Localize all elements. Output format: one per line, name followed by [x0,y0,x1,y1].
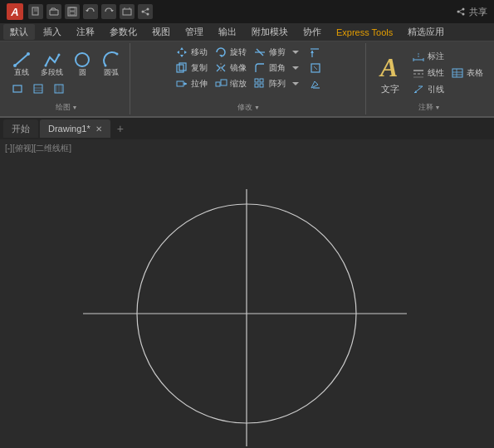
title-bar: A 共享 [0,0,494,23]
annotation-group-label[interactable]: 注释 ▼ [418,102,441,113]
draw-tools: 直线 多段线 [8,45,125,100]
svg-line-20 [458,12,463,14]
svg-line-19 [458,9,463,12]
text-icon: A [377,50,404,83]
array-icon [253,77,267,90]
scale-icon [214,77,227,90]
menu-annotate[interactable]: 注释 [70,24,101,40]
ribbon-group-annotation: A 文字 标注 [368,43,491,114]
tab-add-button[interactable]: + [112,120,129,137]
viewport-label: [-][俯视][二维线框] [5,143,71,154]
drawing-label: Drawing1* [48,124,90,134]
fillet-dropdown[interactable] [290,62,301,74]
menu-addons[interactable]: 附加模块 [245,24,295,40]
linestyle-button[interactable]: 线性 [409,66,447,80]
svg-line-49 [314,66,317,70]
circle-icon [73,51,91,69]
line-label: 直线 [14,69,29,77]
arc-button[interactable]: 圆弧 [98,49,125,79]
draw-group-label[interactable]: 绘图 ▼ [56,102,78,113]
share-toolbar-icon[interactable] [138,4,153,19]
autocad-logo[interactable]: A [7,3,23,20]
tab-bar: 开始 Drawing1* ✕ + [0,118,494,139]
modify-group-label[interactable]: 修改 ▼ [237,102,260,113]
trim-button[interactable]: 修剪 [251,45,288,60]
polyline-button[interactable]: 多段线 [37,49,66,79]
drawing-canvas[interactable] [0,139,494,448]
svg-marker-40 [292,51,299,54]
circle-label: 圆 [79,69,86,77]
line-button[interactable]: 直线 [8,49,35,79]
svg-line-15 [143,12,148,14]
text-label: 文字 [381,83,399,95]
leader-icon [412,83,425,96]
svg-line-14 [143,9,148,12]
svg-rect-0 [32,7,38,15]
undo-icon[interactable] [83,4,98,19]
svg-rect-72 [452,69,462,77]
tab-drawing[interactable]: Drawing1* ✕ [40,119,110,138]
tab-start[interactable]: 开始 [3,119,38,138]
arc-icon [102,51,120,69]
svg-rect-53 [216,82,220,86]
svg-rect-4 [70,7,75,11]
save-icon[interactable] [65,4,80,19]
rotate-button[interactable]: 旋转 [212,45,249,60]
menu-express[interactable]: Express Tools [330,26,399,39]
svg-marker-59 [292,82,299,85]
svg-point-24 [44,64,46,66]
new-icon[interactable] [28,4,43,19]
title-share-button[interactable]: 共享 [456,6,487,18]
annotation-tools: A 文字 标注 [373,45,486,100]
stretch-button[interactable]: 拉伸 [173,76,210,91]
tab-close-icon[interactable]: ✕ [95,124,102,134]
title-bar-left: A [7,3,153,20]
menu-default[interactable]: 默认 [3,24,35,40]
scale-button[interactable]: 缩放 [212,76,249,91]
hatch-button[interactable] [29,81,47,96]
menu-output[interactable]: 输出 [212,24,243,40]
rotate-icon [214,46,227,59]
copy-icon [175,61,188,75]
svg-point-26 [76,53,89,66]
menu-manage[interactable]: 管理 [179,24,210,40]
svg-marker-52 [184,82,187,85]
menu-collab[interactable]: 协作 [296,24,328,40]
svg-rect-56 [260,79,263,82]
text-button[interactable]: A 文字 [373,47,408,98]
rectangle-button[interactable] [8,81,27,96]
table-icon [451,66,464,80]
linestyle-icon [412,66,425,80]
svg-marker-43 [311,51,314,53]
menu-view[interactable]: 视图 [145,24,177,40]
svg-rect-30 [34,85,42,93]
fillet-button[interactable]: 圆角 [251,61,288,75]
svg-rect-5 [70,12,75,15]
crop-button[interactable] [306,61,325,75]
move-button[interactable]: 移动 [173,45,210,60]
extend-button2[interactable] [306,45,325,60]
plot-icon[interactable] [120,4,135,19]
start-label: 开始 [12,123,30,135]
menu-insert[interactable]: 插入 [37,24,68,40]
redo-icon[interactable] [101,4,116,19]
trim-dropdown[interactable] [290,46,301,58]
copy-button[interactable]: 复制 [173,61,210,75]
mirror-button[interactable]: 镜像 [212,61,249,75]
gradient-icon [52,82,66,95]
array-dropdown[interactable] [290,78,301,90]
table-button[interactable]: 表格 [448,66,486,80]
array-button[interactable]: 阵列 [251,76,288,91]
menu-featured[interactable]: 精选应用 [401,24,451,40]
svg-rect-55 [255,79,258,82]
gradient-button[interactable] [50,81,68,96]
menu-parametric[interactable]: 参数化 [103,24,144,40]
erase-button[interactable] [306,76,325,91]
open-icon[interactable] [46,4,61,19]
leader-button[interactable]: 引线 [409,82,447,97]
trim-icon [253,46,267,59]
dimension-button[interactable]: 标注 [409,49,447,64]
circle-button[interactable]: 圆 [69,49,95,79]
svg-point-25 [57,53,60,56]
dimension-icon [412,50,425,63]
